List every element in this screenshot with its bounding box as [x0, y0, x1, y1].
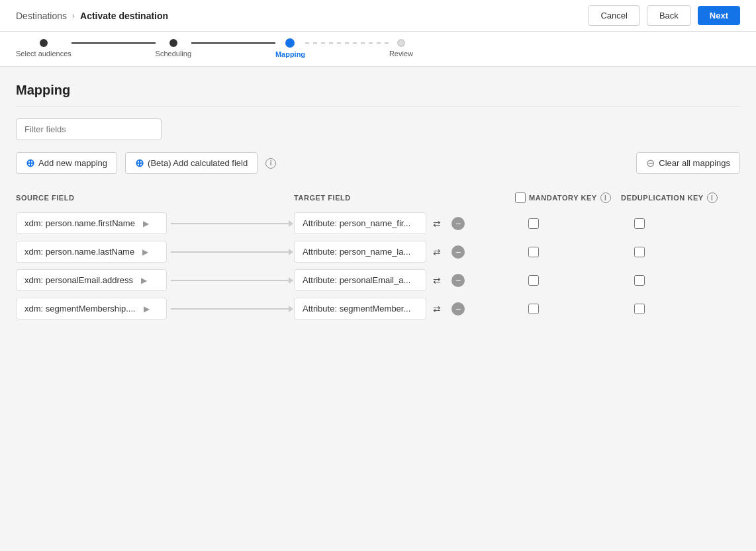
step-dot-mapping [285, 38, 295, 48]
source-arrow-icon-4: ▶ [144, 304, 150, 314]
col-header-dedup: DEDUPLICATION KEY i [621, 192, 740, 203]
add-calculated-plus-icon: ⊕ [135, 157, 144, 169]
mandatory-checkbox-4[interactable] [528, 304, 539, 314]
row-target-area-1: Attribute: person_name_fir... ⇄ − [294, 212, 515, 234]
back-button[interactable]: Back [647, 5, 691, 26]
page-header: Destinations › Activate destination Canc… [0, 0, 756, 32]
target-field-1-text: Attribute: person_name_fir... [303, 218, 410, 228]
dedup-checkbox-wrap-2 [621, 247, 740, 257]
connector-line-1 [171, 223, 290, 224]
step-label-review: Review [389, 50, 413, 58]
add-mapping-label: Add new mapping [38, 158, 107, 168]
swap-icon-4[interactable]: ⇄ [429, 301, 445, 317]
calculated-info-icon[interactable]: i [265, 158, 276, 169]
target-field-3[interactable]: Attribute: personalEmail_a... [294, 269, 426, 291]
dedup-checkbox-1[interactable] [634, 218, 645, 229]
section-divider [16, 106, 740, 106]
row-target-area-4: Attribute: segmentMember... ⇄ − [294, 298, 515, 319]
progress-bar: Select audiences Scheduling Mapping Revi… [0, 32, 756, 67]
next-button[interactable]: Next [698, 6, 740, 25]
mandatory-checkbox-1[interactable] [528, 218, 539, 229]
source-field-4[interactable]: xdm: segmentMembership.... ▶ [16, 298, 167, 319]
step-scheduling: Scheduling [156, 39, 191, 58]
mandatory-checkbox-wrap-3 [515, 275, 621, 286]
source-arrow-icon-3: ▶ [141, 276, 147, 285]
add-calculated-field-button[interactable]: ⊕ (Beta) Add calculated field [125, 152, 258, 174]
row-target-area-2: Attribute: person_name_la... ⇄ − [294, 241, 515, 263]
connector-line-2 [171, 251, 290, 253]
dedup-checkbox-wrap-1 [621, 218, 740, 229]
mandatory-checkbox-wrap-4 [515, 304, 621, 314]
section-title: Mapping [16, 83, 740, 98]
source-field-3-text: xdm: personalEmail.address [24, 275, 133, 285]
target-field-2-text: Attribute: person_name_la... [303, 247, 410, 257]
dedup-checkbox-2[interactable] [634, 247, 645, 257]
mandatory-checkbox-2[interactable] [528, 247, 539, 257]
row-source-area-2: xdm: person.name.lastName ▶ [16, 241, 294, 263]
dedup-info-icon[interactable]: i [707, 192, 718, 203]
remove-button-3[interactable]: − [451, 274, 465, 287]
col-header-mandatory: MANDATORY KEY i [515, 192, 621, 203]
remove-button-4[interactable]: − [451, 302, 465, 316]
swap-icon-1[interactable]: ⇄ [429, 216, 445, 232]
target-field-1[interactable]: Attribute: person_name_fir... [294, 212, 426, 234]
step-dot-select-audiences [40, 39, 48, 47]
breadcrumb-current: Activate destination [80, 11, 168, 21]
connector-2 [191, 42, 275, 44]
target-field-4[interactable]: Attribute: segmentMember... [294, 298, 426, 319]
remove-button-2[interactable]: − [451, 245, 465, 259]
connector-3 [305, 42, 389, 44]
filter-fields-input[interactable] [16, 118, 162, 140]
col-header-source: SOURCE FIELD [16, 194, 294, 202]
clear-all-label: Clear all mappings [659, 158, 730, 168]
mandatory-header-checkbox[interactable] [515, 192, 526, 203]
cancel-button[interactable]: Cancel [588, 5, 639, 26]
source-field-2-text: xdm: person.name.lastName [24, 247, 134, 257]
mandatory-checkbox-wrap-1 [515, 218, 621, 229]
clear-all-mappings-button[interactable]: ⊖ Clear all mappings [636, 152, 740, 174]
dedup-checkbox-wrap-3 [621, 275, 740, 286]
source-field-1[interactable]: xdm: person.name.firstName ▶ [16, 212, 167, 234]
step-label-mapping: Mapping [275, 50, 305, 58]
mandatory-checkbox-3[interactable] [528, 275, 539, 286]
target-field-2[interactable]: Attribute: person_name_la... [294, 241, 426, 263]
dedup-checkbox-3[interactable] [634, 275, 645, 286]
row-target-area-3: Attribute: personalEmail_a... ⇄ − [294, 269, 515, 291]
step-label-select-audiences: Select audiences [16, 50, 71, 58]
add-new-mapping-button[interactable]: ⊕ Add new mapping [16, 152, 117, 174]
connector-line-4 [171, 308, 290, 310]
breadcrumb-chevron-icon: › [72, 11, 75, 21]
action-left: ⊕ Add new mapping ⊕ (Beta) Add calculate… [16, 152, 276, 174]
dedup-checkbox-4[interactable] [634, 304, 645, 314]
table-row: xdm: person.name.lastName ▶ Attribute: p… [16, 241, 740, 263]
source-field-2[interactable]: xdm: person.name.lastName ▶ [16, 241, 167, 263]
remove-button-1[interactable]: − [451, 217, 465, 230]
action-row: ⊕ Add new mapping ⊕ (Beta) Add calculate… [16, 152, 740, 174]
step-select-audiences: Select audiences [16, 39, 71, 58]
connector-1 [71, 42, 156, 44]
source-field-3[interactable]: xdm: personalEmail.address ▶ [16, 269, 167, 291]
step-mapping: Mapping [275, 38, 305, 58]
source-field-4-text: xdm: segmentMembership.... [24, 304, 136, 314]
filter-input-wrap [16, 118, 740, 140]
table-header: SOURCE FIELD TARGET FIELD MANDATORY KEY … [16, 189, 740, 207]
step-review: Review [389, 39, 413, 58]
source-field-1-text: xdm: person.name.firstName [24, 218, 135, 228]
steps-container: Select audiences Scheduling Mapping Revi… [16, 38, 413, 58]
add-mapping-plus-icon: ⊕ [26, 157, 34, 169]
step-label-scheduling: Scheduling [156, 50, 191, 58]
breadcrumb: Destinations › Activate destination [16, 11, 168, 21]
breadcrumb-parent[interactable]: Destinations [16, 11, 67, 21]
target-field-4-text: Attribute: segmentMember... [303, 304, 410, 314]
row-source-area-4: xdm: segmentMembership.... ▶ [16, 298, 294, 319]
step-dot-scheduling [169, 39, 177, 47]
swap-icon-3[interactable]: ⇄ [429, 273, 445, 288]
table-row: xdm: person.name.firstName ▶ Attribute: … [16, 212, 740, 234]
connector-line-3 [171, 280, 290, 281]
table-row: xdm: segmentMembership.... ▶ Attribute: … [16, 298, 740, 319]
source-arrow-icon-1: ▶ [143, 219, 149, 228]
row-source-area-1: xdm: person.name.firstName ▶ [16, 212, 294, 234]
swap-icon-2[interactable]: ⇄ [429, 244, 445, 260]
mandatory-info-icon[interactable]: i [600, 192, 611, 203]
row-source-area-3: xdm: personalEmail.address ▶ [16, 269, 294, 291]
